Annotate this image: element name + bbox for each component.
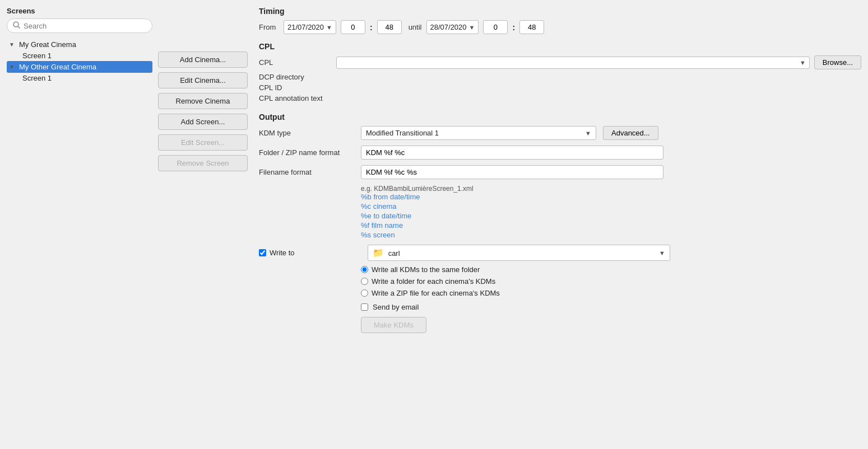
filename-format-label: Filename format	[259, 168, 354, 176]
svg-line-1	[18, 26, 20, 29]
send-email-checkbox[interactable]	[361, 303, 368, 311]
output-section: Output KDM type Modified Transitional 1 …	[259, 113, 861, 333]
write-to-folder-select[interactable]: 📁 carl ▼	[368, 245, 670, 261]
cinema2-item[interactable]: ▼ My Other Great Cinema	[7, 61, 152, 73]
screens-section-title: Screens	[7, 7, 152, 15]
from-date-arrow: ▼	[326, 24, 332, 31]
until-minute-input[interactable]	[519, 20, 544, 34]
add-cinema-button[interactable]: Add Cinema...	[158, 52, 248, 68]
cinema1-screen1-label: Screen 1	[22, 52, 52, 60]
cpl-annotation-label: CPL annotation text	[259, 94, 332, 102]
cpl-section: CPL CPL ▼ Browse... DCP directory CPL ID…	[259, 42, 861, 105]
screen-tree: ▼ My Great Cinema Screen 1 ▼ My Other Gr…	[7, 39, 152, 442]
edit-cinema-button[interactable]: Edit Cinema...	[158, 72, 248, 88]
folder-icon: 📁	[373, 248, 384, 258]
remove-screen-button[interactable]: Remove Screen	[158, 155, 248, 171]
write-to-label: Write to	[270, 249, 295, 257]
until-date-value: 28/07/2020	[430, 23, 467, 31]
radio-zip-file-label: Write a ZIP file for each cinema's KDMs	[372, 289, 500, 297]
radio-same-folder-label: Write all KDMs to the same folder	[372, 265, 480, 274]
send-email-label: Send by email	[373, 303, 419, 311]
edit-screen-button[interactable]: Edit Screen...	[158, 134, 248, 151]
add-screen-button[interactable]: Add Screen...	[158, 114, 248, 130]
radio-cinema-folder[interactable]: Write a folder for each cinema's KDMs	[361, 277, 861, 286]
folder-format-label: Folder / ZIP name format	[259, 148, 354, 157]
dcp-directory-label: DCP directory	[259, 73, 332, 81]
write-to-arrow: ▼	[659, 250, 665, 256]
format-links: %b from date/time %c cinema %e to date/t…	[361, 193, 861, 239]
radio-zip-file[interactable]: Write a ZIP file for each cinema's KDMs	[361, 289, 861, 297]
kdm-type-value: Modified Transitional 1	[366, 129, 439, 137]
example-hint: e.g. KDMBambiLumièreScreen_1.xml	[361, 185, 861, 193]
from-hour-input[interactable]	[341, 20, 365, 34]
cinema1-screen1[interactable]: Screen 1	[7, 50, 152, 61]
cinema1-name: My Great Cinema	[19, 40, 76, 49]
link-f[interactable]: %f film name	[361, 221, 861, 230]
cpl-field-label: CPL	[259, 58, 332, 67]
cpl-dropdown-arrow: ▼	[800, 59, 806, 66]
kdm-type-select[interactable]: Modified Transitional 1 ▼	[361, 126, 596, 140]
link-e[interactable]: %e to date/time	[361, 212, 861, 220]
cinema2-name: My Other Great Cinema	[19, 63, 96, 71]
cinema2-screen1[interactable]: Screen 1	[7, 73, 152, 83]
advanced-button[interactable]: Advanced...	[603, 126, 658, 140]
kdm-radio-group: Write all KDMs to the same folder Write …	[361, 265, 861, 297]
cpl-dropdown[interactable]: ▼	[336, 57, 810, 69]
until-date-select[interactable]: 28/07/2020 ▼	[426, 20, 479, 34]
make-kdm-button[interactable]: Make KDMs	[361, 317, 426, 333]
cpl-title: CPL	[259, 42, 861, 51]
folder-format-input[interactable]	[361, 146, 663, 160]
cinema1-item[interactable]: ▼ My Great Cinema	[7, 39, 152, 50]
cinema1-arrow: ▼	[9, 41, 17, 48]
from-date-value: 21/07/2020	[287, 23, 324, 31]
settings-panel: Timing From 21/07/2020 ▼ : until 28/07/2…	[248, 7, 861, 442]
kdm-type-arrow: ▼	[585, 130, 591, 137]
from-colon: :	[370, 23, 373, 32]
search-icon	[13, 21, 20, 30]
until-hour-input[interactable]	[483, 20, 508, 34]
write-to-folder-value: carl	[388, 249, 400, 258]
from-minute-input[interactable]	[377, 20, 402, 34]
link-c[interactable]: %c cinema	[361, 202, 861, 211]
radio-cinema-folder-label: Write a folder for each cinema's KDMs	[372, 277, 495, 286]
from-label: From	[259, 23, 279, 31]
timing-title: Timing	[259, 7, 861, 16]
action-buttons: Add Cinema... Edit Cinema... Remove Cine…	[152, 7, 248, 442]
filename-format-input[interactable]	[361, 165, 663, 179]
link-s[interactable]: %s screen	[361, 231, 861, 239]
cinema2-screen1-label: Screen 1	[22, 74, 52, 82]
output-title: Output	[259, 113, 861, 121]
radio-same-folder[interactable]: Write all KDMs to the same folder	[361, 265, 861, 274]
cpl-id-label: CPL ID	[259, 83, 332, 92]
search-input[interactable]	[24, 22, 146, 30]
write-to-checkbox[interactable]	[259, 249, 266, 256]
cinema2-arrow: ▼	[9, 64, 17, 70]
until-date-arrow: ▼	[469, 24, 475, 31]
from-date-select[interactable]: 21/07/2020 ▼	[284, 20, 336, 34]
until-label: until	[409, 23, 422, 31]
remove-cinema-button[interactable]: Remove Cinema	[158, 93, 248, 109]
kdm-type-label: KDM type	[259, 129, 354, 137]
link-b[interactable]: %b from date/time	[361, 193, 861, 201]
browse-button[interactable]: Browse...	[814, 55, 861, 69]
timing-section: Timing From 21/07/2020 ▼ : until 28/07/2…	[259, 7, 861, 34]
until-colon: :	[512, 23, 515, 32]
